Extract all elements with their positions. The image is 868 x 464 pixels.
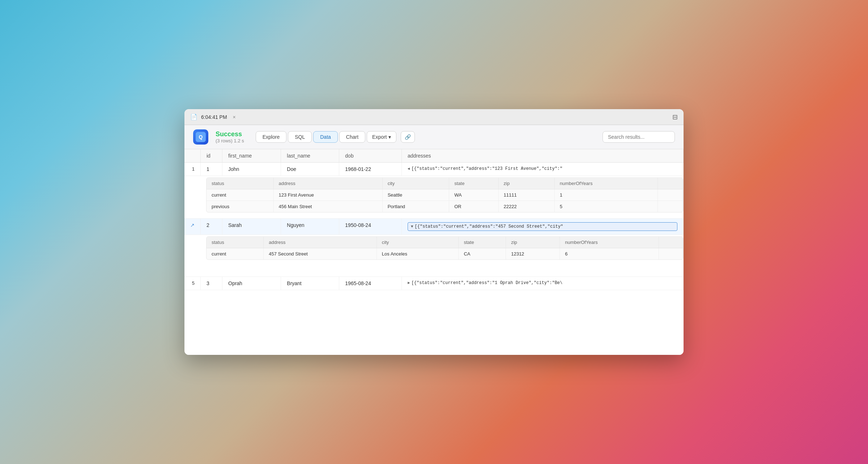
spacer [184, 263, 683, 274]
row-num-1: 1 [184, 163, 201, 176]
nested-col-state-2: state [459, 237, 506, 248]
nested-state: WA [449, 189, 498, 201]
nested-header-row-2: status address city state zip numberOfYe… [207, 237, 683, 248]
col-header-rownum [184, 149, 201, 163]
nested-col-numyears-1: numberOfYears [554, 178, 658, 189]
nested-col-city-2: city [376, 237, 459, 248]
link-button[interactable]: 🔗 [401, 131, 415, 143]
nested-cell-1: status address city state zip numberOfYe… [184, 176, 684, 219]
expand-arrow-2[interactable]: ▼ [411, 224, 413, 229]
row-num-2: ↗ [184, 219, 201, 235]
status-block: Success (3 rows) 1.2 s [216, 130, 244, 143]
nested-numyears: 5 [554, 201, 658, 212]
nested-table-wrapper-2: status address city state zip numberOfYe… [206, 236, 683, 260]
nested-zip: 22222 [498, 201, 554, 212]
tab-explore[interactable]: Explore [256, 131, 286, 143]
nested-address: 456 Main Street [273, 201, 382, 212]
nested-data-row: current 123 First Avenue Seattle WA 1111… [207, 189, 683, 201]
minimize-button[interactable]: ⊟ [672, 113, 678, 121]
nested-address: 457 Second Street [264, 248, 377, 260]
nested-zip: 11111 [498, 189, 554, 201]
table-row: 1 1 John Doe 1968-01-22 ▼ [{"status":"cu… [184, 163, 684, 176]
cell-firstname-1: John [222, 163, 281, 176]
status-info: (3 rows) 1.2 s [216, 138, 244, 143]
nested-col-extra-1 [658, 178, 682, 189]
cell-lastname-1: Doe [281, 163, 339, 176]
tab-chart[interactable]: Chart [339, 131, 365, 143]
search-input[interactable] [603, 131, 675, 143]
cell-addresses-2[interactable]: ▼ [{"status":"current","address":"457 Se… [401, 219, 683, 235]
col-header-addresses: addresses [401, 149, 683, 163]
close-button[interactable]: × [231, 113, 238, 121]
nested-address: 123 First Avenue [273, 189, 382, 201]
nested-col-zip-2: zip [506, 237, 560, 248]
nested-col-numyears-2: numberOfYears [560, 237, 659, 248]
table-row: 5 3 Oprah Bryant 1965-08-24 ► [{"status"… [184, 277, 684, 290]
cell-lastname-3: Bryant [281, 277, 339, 290]
col-header-id: id [201, 149, 222, 163]
col-header-last-name: last_name [281, 149, 339, 163]
col-header-dob: dob [339, 149, 402, 163]
nested-col-state-1: state [449, 178, 498, 189]
app-logo-letter: Q [196, 132, 206, 142]
tab-sql[interactable]: SQL [288, 131, 312, 143]
nested-status: current [207, 189, 273, 201]
json-text-2: [{"status":"current","address":"457 Seco… [415, 224, 563, 229]
expand-arrow-3[interactable]: ► [408, 281, 410, 285]
cell-dob-1: 1968-01-22 [339, 163, 402, 176]
cell-firstname-3: Oprah [222, 277, 281, 290]
cell-id-1: 1 [201, 163, 222, 176]
main-window: 📄 6:04:41 PM × ⊟ Q Success (3 rows) 1.2 … [184, 109, 684, 355]
tab-export[interactable]: Export ▾ [367, 131, 396, 143]
nested-status: previous [207, 201, 273, 212]
nested-city: Seattle [382, 189, 449, 201]
nested-col-address-1: address [273, 178, 382, 189]
nested-state: CA [459, 248, 506, 260]
app-logo: Q [193, 129, 208, 145]
edit-icon-2[interactable]: ↗ [190, 222, 195, 228]
nested-data-row: previous 456 Main Street Portland OR 222… [207, 201, 683, 212]
cell-addresses-1[interactable]: ▼ [{"status":"current","address":"123 Fi… [401, 163, 683, 176]
cell-addresses-3[interactable]: ► [{"status":"current","address":"1 Opra… [401, 277, 683, 290]
nested-city: Los Anceles [376, 248, 459, 260]
nested-col-address-2: address [264, 237, 377, 248]
col-header-first-name: first_name [222, 149, 281, 163]
title-bar-right: ⊟ [672, 113, 678, 121]
tab-group: Explore SQL Data Chart Export ▾ [256, 131, 396, 143]
content-area: id first_name last_name dob addresses 1 … [184, 149, 684, 355]
nested-table-wrapper-1: status address city state zip numberOfYe… [206, 177, 683, 212]
table-row: ↗ 2 Sarah Nguyen 1950-08-24 ▼ [{"status"… [184, 219, 684, 235]
nested-state: OR [449, 201, 498, 212]
main-table: id first_name last_name dob addresses 1 … [184, 149, 684, 290]
cell-dob-3: 1965-08-24 [339, 277, 402, 290]
nested-col-city-1: city [382, 178, 449, 189]
json-preview-2: ▼ [{"status":"current","address":"457 Se… [408, 222, 677, 231]
row-num-3: 5 [184, 277, 201, 290]
toolbar: Q Success (3 rows) 1.2 s Explore SQL Dat… [184, 125, 684, 149]
nested-extra [658, 201, 682, 212]
nested-row-2: status address city state zip numberOfYe… [184, 235, 684, 277]
expand-arrow-1[interactable]: ▼ [407, 168, 411, 170]
document-icon: 📄 [190, 113, 197, 120]
nested-numyears: 6 [560, 248, 659, 260]
table-header-row: id first_name last_name dob addresses [184, 149, 684, 163]
tab-data[interactable]: Data [313, 131, 338, 143]
nested-numyears: 1 [554, 189, 658, 201]
cell-id-2: 2 [201, 219, 222, 235]
status-success: Success [216, 130, 244, 138]
cell-dob-2: 1950-08-24 [339, 219, 402, 235]
nested-extra [658, 189, 682, 201]
nested-col-zip-1: zip [498, 178, 554, 189]
nested-col-extra-2 [659, 237, 682, 248]
nested-table-1: status address city state zip numberOfYe… [207, 178, 683, 212]
nested-row-1: status address city state zip numberOfYe… [184, 176, 684, 219]
cell-id-3: 3 [201, 277, 222, 290]
json-text-1: [{"status":"current","address":"123 Firs… [412, 166, 563, 171]
nested-data-row: current 457 Second Street Los Anceles CA… [207, 248, 683, 260]
nested-col-status-1: status [207, 178, 273, 189]
json-preview-1: ▼ [{"status":"current","address":"123 Fi… [408, 166, 677, 171]
nested-zip: 12312 [506, 248, 560, 260]
cell-firstname-2: Sarah [222, 219, 281, 235]
window-title: 6:04:41 PM [201, 114, 227, 120]
json-preview-3: ► [{"status":"current","address":"1 Opra… [408, 280, 677, 285]
